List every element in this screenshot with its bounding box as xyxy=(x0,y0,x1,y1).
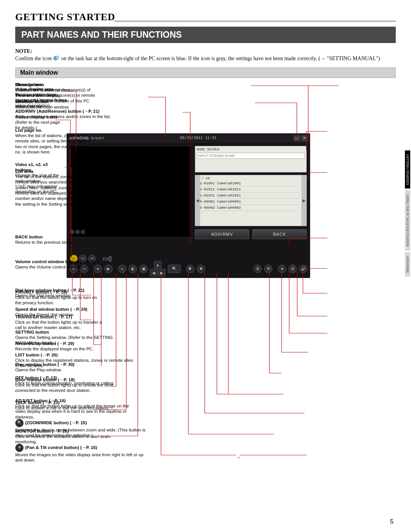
callout-volume: Volume control window button (→P. 7)Open… xyxy=(15,259,103,270)
page-number: 5 xyxy=(390,518,393,525)
note-text-after: on the task bar at the bottom-right of t… xyxy=(61,56,380,61)
note-text: Confirm the icon on the task bar at the … xyxy=(15,55,396,62)
note-label: NOTE: xyxy=(15,48,396,54)
callout-adjust: ADJUST button (→P. 16)Click so that the … xyxy=(15,398,137,420)
note-text-before: Confirm the icon xyxy=(15,56,53,61)
callout-record: Record/Stop button (→P. 29)Records the d… xyxy=(15,341,107,352)
taskbar-icon xyxy=(53,56,60,61)
callout-door: Door release button (→P. 18)Click so tha… xyxy=(15,377,133,393)
subsection-title: Main window xyxy=(15,67,396,78)
callout-transfer: TRANSFER button (→P. 17)Click so that th… xyxy=(15,314,107,331)
callout-back: BACK buttonReturns to the previous statu… xyxy=(15,234,84,245)
callout-list-area: List areaThe list of the stations, zones… xyxy=(15,169,89,207)
side-tabs: GETTING STARTED USING THE PC MASTER STAT… xyxy=(405,150,410,276)
callout-monitor: MONITOR button (→P. 26)Click to monitor … xyxy=(15,428,126,445)
callout-pantilt: ✥(Pan & Tilt control button) (→P. 15)Mov… xyxy=(15,444,148,463)
side-tab[interactable]: USING THE PC MASTER STATION xyxy=(405,190,410,250)
side-tab[interactable]: APPENDIX xyxy=(405,252,410,277)
callout-list-page: List page no.When the list of stations, … xyxy=(15,128,91,155)
callout-privacy: PRIVACY button (→P. 18)Click so that the… xyxy=(15,289,99,306)
callout-message-area: Message areaDisplays the number(s) (or n… xyxy=(15,82,95,109)
callout-play: Play window button (→P. 30)Opens the Pla… xyxy=(15,362,107,373)
side-tab[interactable]: GETTING STARTED xyxy=(405,150,410,189)
svg-point-1 xyxy=(56,56,59,59)
section-banner: PART NAMES AND THEIR FUNCTIONS xyxy=(15,27,396,43)
callout-addrmv: ADD/RMV (Add/Remove) button (→P. 21)Adds… xyxy=(15,109,114,120)
header-rule xyxy=(114,21,396,21)
